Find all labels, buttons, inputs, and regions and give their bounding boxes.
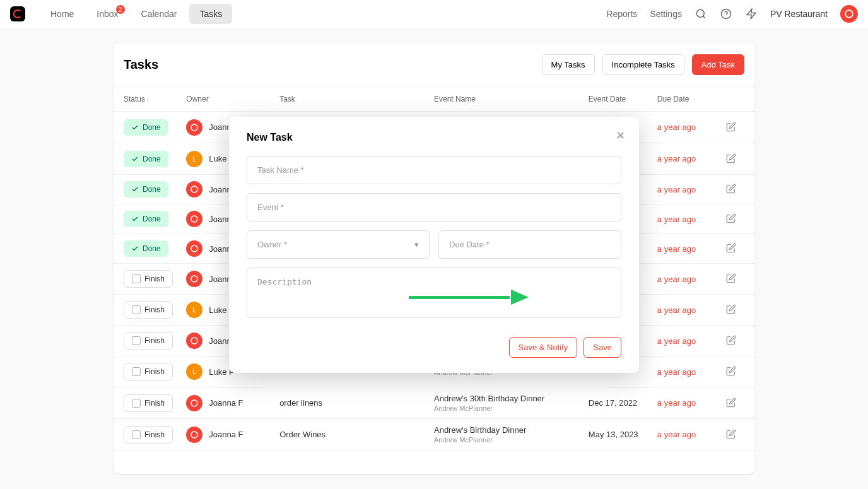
nav-right: Reports Settings PV Restaurant (606, 5, 858, 23)
nav-settings[interactable]: Settings (650, 9, 682, 19)
event-date: May 13, 2023 (589, 430, 650, 439)
owner-avatar (186, 271, 202, 287)
due-date: a year ago (657, 398, 718, 408)
edit-icon[interactable] (726, 398, 737, 409)
save-button[interactable]: Save (584, 337, 621, 358)
status-pill[interactable]: Done (124, 151, 168, 167)
owner-name: Joanna F (209, 430, 243, 439)
col-due-date[interactable]: Due Date (657, 95, 718, 103)
save-notify-button[interactable]: Save & Notify (509, 337, 578, 358)
modal-footer: Save & Notify Save (247, 337, 621, 358)
col-status[interactable]: Status↓ (124, 95, 179, 103)
owner-name: Joanna F (209, 398, 243, 408)
edit-icon[interactable] (726, 122, 737, 133)
status-label: Done (143, 244, 161, 253)
event-input[interactable] (247, 193, 621, 221)
account-name[interactable]: PV Restaurant (770, 9, 828, 19)
checkbox-icon (132, 399, 141, 408)
owner-avatar: L (186, 363, 202, 380)
due-date: a year ago (657, 185, 718, 194)
edit-icon[interactable] (726, 304, 737, 315)
inbox-badge: 2 (116, 5, 125, 14)
status-pill[interactable]: Finish (124, 363, 173, 380)
owner-avatar (186, 395, 202, 411)
svg-point-7 (191, 186, 197, 192)
event-name: Andrew's Birthday Dinner (434, 425, 581, 435)
edit-icon[interactable] (726, 184, 737, 195)
status-pill[interactable]: Finish (124, 426, 173, 444)
table-row: Finish Joanna F Order Wines Andrew's Bir… (114, 419, 754, 451)
event-sub: Andrew McPlanner (434, 404, 581, 412)
svg-point-9 (191, 245, 197, 252)
nav-inbox[interactable]: Inbox 2 (86, 4, 128, 24)
status-pill[interactable]: Done (124, 240, 168, 257)
nav-inbox-label: Inbox (97, 9, 118, 19)
owner-select[interactable]: Owner * ▾ (247, 230, 430, 259)
nav-tasks[interactable]: Tasks (189, 4, 232, 24)
add-task-button[interactable]: Add Task (692, 54, 744, 75)
help-icon[interactable] (720, 8, 732, 20)
status-pill[interactable]: Finish (124, 270, 173, 288)
edit-icon[interactable] (726, 366, 737, 377)
status-label: Done (143, 185, 161, 194)
status-label: Done (143, 123, 161, 132)
status-pill[interactable]: Finish (124, 301, 173, 319)
edit-icon[interactable] (726, 429, 737, 440)
bolt-icon[interactable] (745, 8, 758, 20)
search-icon[interactable] (695, 8, 707, 20)
nav-reports[interactable]: Reports (606, 9, 637, 19)
table-header: Status↓ Owner Task Event Name Event Date… (114, 86, 754, 112)
due-date-input[interactable] (438, 230, 621, 259)
checkbox-icon (132, 367, 141, 376)
status-label: Finish (144, 367, 165, 376)
status-pill[interactable]: Done (124, 211, 168, 227)
check-icon (131, 124, 139, 131)
owner-avatar (186, 240, 202, 257)
col-task[interactable]: Task (279, 95, 426, 103)
status-pill[interactable]: Done (124, 119, 168, 136)
col-event-date[interactable]: Event Date (589, 95, 650, 103)
due-date: a year ago (657, 122, 718, 132)
svg-line-1 (703, 16, 705, 18)
nav-calendar[interactable]: Calendar (131, 4, 187, 24)
col-event-name[interactable]: Event Name (434, 95, 581, 103)
edit-icon[interactable] (726, 213, 737, 225)
owner-avatar: L (186, 302, 202, 318)
edit-icon[interactable] (726, 243, 737, 254)
check-icon (131, 186, 139, 193)
description-input[interactable] (247, 268, 621, 318)
incomplete-tasks-button[interactable]: Incomplete Tasks (602, 54, 684, 75)
owner-avatar (186, 119, 202, 136)
task-name-input[interactable] (247, 156, 621, 184)
check-icon (131, 155, 139, 163)
status-pill[interactable]: Finish (124, 332, 173, 350)
event-date: Dec 17, 2022 (589, 398, 650, 408)
status-label: Finish (144, 399, 165, 408)
nav-home[interactable]: Home (40, 4, 84, 24)
status-pill[interactable]: Done (124, 181, 168, 197)
due-date: a year ago (657, 274, 718, 284)
due-date: a year ago (657, 154, 718, 163)
event-sub: Andrew McPlanner (434, 436, 581, 444)
status-label: Finish (144, 336, 165, 345)
modal-title: New Task (247, 132, 621, 143)
status-pill[interactable]: Finish (124, 394, 173, 412)
checkbox-icon (132, 430, 141, 439)
edit-icon[interactable] (726, 153, 737, 165)
edit-icon[interactable] (726, 273, 737, 285)
app-header: Home Inbox 2 Calendar Tasks Reports Sett… (0, 0, 868, 28)
my-tasks-button[interactable]: My Tasks (542, 54, 595, 75)
owner-avatar (186, 333, 202, 349)
checkbox-icon (132, 274, 141, 283)
col-owner[interactable]: Owner (186, 95, 272, 103)
status-label: Finish (144, 430, 165, 439)
close-icon[interactable]: ✕ (614, 129, 626, 142)
status-label: Finish (144, 274, 165, 283)
svg-marker-4 (747, 9, 756, 19)
app-logo[interactable] (10, 6, 25, 21)
user-avatar[interactable] (840, 5, 858, 23)
task-name: Order Wines (279, 430, 426, 439)
table-row: Finish Joanna F order linens Andrew's 30… (114, 387, 754, 419)
edit-icon[interactable] (726, 335, 737, 346)
event-name: Andrew's 30th Birthday Dinner (434, 394, 581, 403)
